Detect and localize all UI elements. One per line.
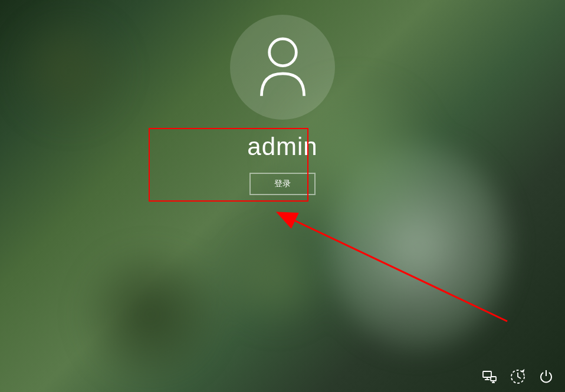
- login-button[interactable]: 登录: [249, 173, 316, 195]
- username-label: admin: [247, 133, 317, 161]
- power-icon[interactable]: [538, 368, 554, 385]
- person-icon: [255, 35, 311, 100]
- ease-of-access-icon[interactable]: [510, 368, 526, 385]
- network-icon[interactable]: [481, 368, 498, 385]
- user-avatar: [230, 15, 335, 120]
- system-tray: [481, 368, 554, 385]
- svg-rect-3: [483, 371, 491, 377]
- login-container: admin 登录: [0, 15, 565, 195]
- svg-point-0: [269, 38, 296, 65]
